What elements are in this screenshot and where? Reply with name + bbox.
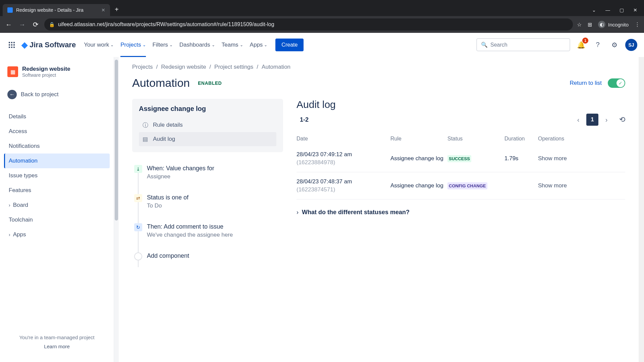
page-1-button[interactable]: 1: [586, 114, 598, 126]
audit-table-header: Date Rule Status Duration Operations: [297, 132, 625, 145]
prev-page-button[interactable]: ‹: [572, 114, 584, 126]
chevron-right-icon: ›: [9, 232, 10, 237]
chevron-down-icon: ⌄: [169, 43, 173, 47]
sidebar-item-apps[interactable]: ›Apps: [4, 227, 110, 242]
timeline-step-cond[interactable]: ⇄Status is one ofTo Do: [134, 190, 283, 219]
back-to-project[interactable]: ← Back to project: [4, 85, 110, 104]
maximize-icon[interactable]: ▢: [620, 7, 624, 13]
sidebar-item-features[interactable]: Features: [4, 183, 110, 198]
rule-card: Assignee change log ⓘRule details▤Audit …: [132, 99, 283, 152]
sidebar-item-details[interactable]: Details: [4, 109, 110, 124]
status-help-disclosure[interactable]: › What do the different statuses mean?: [297, 209, 625, 216]
act-icon: ↻: [134, 223, 142, 231]
sidebar-learn-more[interactable]: Learn more: [7, 344, 106, 349]
audit-id: (16223874571): [297, 186, 390, 193]
col-date: Date: [297, 136, 390, 142]
app-switcher-icon[interactable]: [7, 40, 17, 50]
next-page-button[interactable]: ›: [600, 114, 612, 126]
rule-nav-audit-log[interactable]: ▤Audit log: [139, 132, 276, 146]
breadcrumb-automation[interactable]: Automation: [262, 64, 290, 70]
show-more-link[interactable]: Show more: [538, 155, 567, 162]
nav-projects[interactable]: Projects⌄: [117, 39, 149, 51]
refresh-icon[interactable]: ⟲: [619, 115, 625, 124]
close-window-icon[interactable]: ✕: [633, 7, 637, 13]
audit-id: (16223884978): [297, 159, 390, 166]
main-content: Projects/Redesign website/Project settin…: [119, 57, 639, 362]
sidebar-item-issue-types[interactable]: Issue types: [4, 168, 110, 183]
nav-teams[interactable]: Teams⌄: [218, 39, 247, 51]
rule-nav-rule-details[interactable]: ⓘRule details: [139, 118, 276, 132]
help-icon[interactable]: ?: [592, 39, 604, 51]
project-header[interactable]: ▦ Redesign website Software project: [4, 64, 110, 80]
page-scrollbar[interactable]: [639, 57, 644, 362]
close-tab-icon[interactable]: ✕: [101, 7, 105, 13]
audit-log-title: Audit log: [297, 99, 625, 110]
nav-dashboards[interactable]: Dashboards⌄: [176, 39, 218, 51]
sidebar-item-automation[interactable]: Automation: [4, 154, 110, 168]
timeline-step-trigger[interactable]: ⤓When: Value changes forAssignee: [134, 161, 283, 190]
jira-logo-icon: ◆: [21, 40, 28, 50]
chevron-down-icon: ⌄: [110, 43, 114, 47]
audit-timestamp: 28/04/23 07:48:37 am: [297, 178, 390, 185]
window-controls: ⌄ ― ▢ ✕: [585, 7, 644, 16]
rule-enabled-toggle[interactable]: ✓: [608, 78, 625, 88]
minimize-icon[interactable]: ―: [605, 7, 610, 13]
back-arrow-icon: ←: [7, 90, 17, 99]
breadcrumb-redesign-website[interactable]: Redesign website: [161, 64, 206, 70]
reload-button[interactable]: ⟳: [31, 20, 40, 28]
bookmark-icon[interactable]: ☆: [577, 21, 582, 28]
tab-title: Redesign website - Details - Jira: [16, 7, 98, 13]
browser-tab[interactable]: Redesign website - Details - Jira ✕: [3, 4, 110, 16]
sidebar-item-board[interactable]: ›Board: [4, 198, 110, 213]
address-bar: ← → ⟳ 🔒 uifeed.atlassian.net/jira/softwa…: [0, 16, 644, 33]
forward-button[interactable]: →: [17, 21, 27, 28]
jira-logo[interactable]: ◆ Jira Software: [21, 40, 76, 50]
new-tab-button[interactable]: +: [110, 3, 123, 16]
audit-rule: Assignee change log: [390, 182, 447, 189]
url-field[interactable]: 🔒 uifeed.atlassian.net/jira/software/pro…: [44, 18, 573, 31]
top-nav: ◆ Jira Software Your work⌄Projects⌄Filte…: [0, 33, 644, 57]
settings-icon[interactable]: ⚙: [608, 39, 621, 51]
sidebar-item-notifications[interactable]: Notifications: [4, 139, 110, 154]
chevron-down-icon: ⌄: [240, 43, 243, 47]
breadcrumb-projects[interactable]: Projects: [132, 64, 153, 70]
create-button[interactable]: Create: [275, 39, 304, 51]
audit-row: 28/04/23 07:48:37 am(16223874571)Assigne…: [297, 172, 625, 199]
chevron-down-icon: ⌄: [264, 43, 267, 47]
return-to-list-link[interactable]: Return to list: [570, 80, 602, 86]
chevron-down-icon: ⌄: [143, 43, 146, 47]
audit-timestamp: 28/04/23 07:49:12 am: [297, 151, 390, 158]
toggle-knob: ✓: [616, 79, 625, 87]
lock-icon: 🔒: [49, 22, 55, 27]
sidebar-item-toolchain[interactable]: Toolchain: [4, 213, 110, 227]
browser-menu-icon[interactable]: ⋮: [635, 21, 640, 28]
breadcrumb-project-settings[interactable]: Project settings: [214, 64, 253, 70]
timeline-step-add[interactable]: Add component: [134, 248, 283, 270]
extensions-icon[interactable]: ⊞: [588, 21, 592, 28]
nav-your-work[interactable]: Your work⌄: [80, 39, 117, 51]
timeline-step-act[interactable]: ↻Then: Add comment to issueWe've changed…: [134, 219, 283, 248]
browser-tab-bar: Redesign website - Details - Jira ✕ + ⌄ …: [0, 0, 644, 16]
sidebar-scrollbar[interactable]: [114, 57, 119, 362]
search-input[interactable]: 🔍 Search: [476, 38, 570, 51]
audit-duration: 1.79s: [504, 155, 538, 162]
breadcrumb: Projects/Redesign website/Project settin…: [132, 64, 625, 70]
sidebar-item-access[interactable]: Access: [4, 124, 110, 139]
col-rule: Rule: [390, 136, 447, 142]
chevron-right-icon: ›: [297, 209, 299, 216]
nav-apps[interactable]: Apps⌄: [247, 39, 271, 51]
incognito-badge[interactable]: ◐ Incognito: [598, 21, 629, 28]
sidebar-footer-text: You're in a team-managed project: [7, 335, 106, 340]
show-more-link[interactable]: Show more: [538, 182, 567, 189]
avatar[interactable]: SJ: [625, 39, 637, 51]
audit-rule: Assignee change log: [390, 155, 447, 162]
incognito-icon: ◐: [598, 21, 605, 28]
cond-icon: ⇄: [134, 194, 142, 202]
nav-filters[interactable]: Filters⌄: [149, 39, 176, 51]
tabs-dropdown-icon[interactable]: ⌄: [592, 7, 596, 13]
notifications-icon[interactable]: 🔔1: [575, 39, 587, 51]
project-name: Redesign website: [22, 66, 70, 72]
back-button[interactable]: ←: [4, 21, 13, 28]
col-duration: Duration: [504, 136, 538, 142]
page-title: Automation: [132, 76, 190, 89]
